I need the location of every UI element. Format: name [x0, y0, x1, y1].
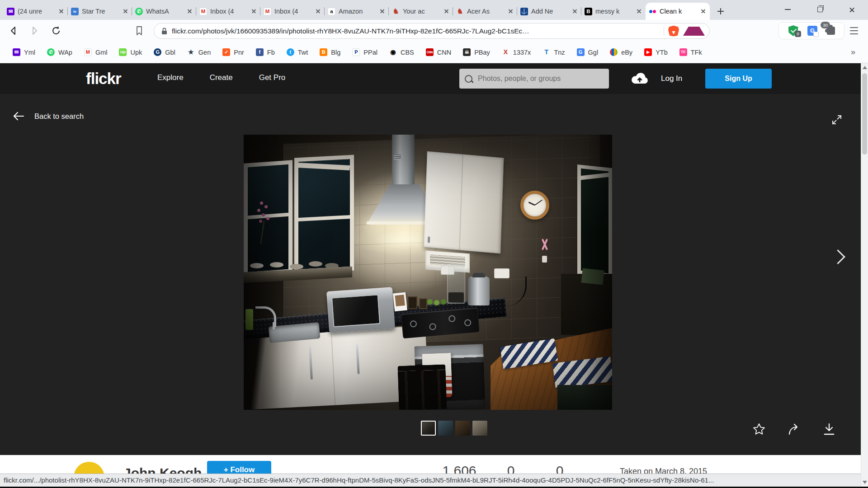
tab-close-icon[interactable] [636, 8, 642, 14]
photo-thumbnail[interactable] [421, 421, 436, 436]
browser-tab[interactable]: ✉ (24 unre [4, 3, 68, 20]
bookmark-item[interactable]: X 1337x [502, 48, 531, 56]
star-icon [752, 422, 766, 436]
tab-close-icon[interactable] [572, 8, 578, 14]
download-button[interactable] [823, 422, 835, 438]
bookmark-label: Pnr [234, 49, 244, 56]
browser-tab[interactable]: ♞ Your ac [389, 3, 453, 20]
bookmark-item[interactable]: CNN CNN [426, 48, 451, 56]
bookmark-item[interactable]: ✆ WAp [47, 48, 72, 56]
bookmark-item[interactable]: Up Upk [119, 48, 142, 56]
reload-button[interactable] [50, 24, 62, 37]
bookmark-item[interactable]: M Gml [84, 48, 108, 56]
bookmark-item[interactable]: eBy [610, 48, 632, 56]
browser-tab[interactable]: B messy k [581, 3, 646, 20]
browser-tab[interactable]: tv Star Tre [68, 3, 132, 20]
bookmark-favicon: G [154, 48, 161, 56]
tab-close-icon[interactable] [58, 8, 65, 14]
bookmark-label: Gbl [165, 49, 175, 56]
tab-close-icon[interactable] [187, 8, 193, 14]
tab-title: Amazon [339, 8, 376, 15]
browser-tab[interactable]: ♞ Acer As [453, 3, 517, 20]
browser-tab[interactable]: M Inbox (4 [196, 3, 260, 20]
tab-close-icon[interactable] [443, 8, 450, 14]
tab-close-icon[interactable] [123, 8, 129, 14]
search-input[interactable] [477, 74, 604, 83]
window-restore-button[interactable] [809, 0, 831, 19]
tab-close-icon[interactable] [251, 8, 257, 14]
bookmark-manager-button[interactable] [133, 24, 146, 37]
fullscreen-button[interactable] [831, 114, 843, 127]
signup-button[interactable]: Sign Up [705, 69, 772, 89]
next-photo-button[interactable] [832, 250, 843, 271]
bookmarks-overflow-chevron[interactable]: » [851, 47, 855, 57]
tab-title: messy k [595, 8, 633, 15]
translate-extension-icon[interactable]: G [807, 26, 817, 36]
bookmark-item[interactable]: TF TFk [679, 48, 702, 56]
window-minimize-button[interactable] [777, 0, 798, 19]
tab-strip: ✉ (24 unre tv Star Tre ✆ WhatsA [4, 0, 727, 20]
bookmark-item[interactable]: ★ Gen [187, 48, 211, 56]
tab-close-icon[interactable] [508, 8, 514, 14]
browser-menu-button[interactable] [850, 26, 859, 35]
bookmark-item[interactable]: f Fb [256, 48, 275, 56]
photo-thumbnail[interactable] [438, 421, 453, 436]
new-tab-button[interactable] [714, 5, 727, 18]
bookmark-label: CBS [401, 49, 414, 56]
browser-tab[interactable]: M Inbox (4 [260, 3, 325, 20]
bookmark-label: Tnz [554, 49, 565, 56]
tab-close-icon[interactable] [379, 8, 386, 14]
window-close-button[interactable] [841, 0, 863, 19]
bookmark-item[interactable]: ✉ Yml [13, 48, 35, 56]
nav-link[interactable]: Get Pro [259, 73, 286, 82]
forward-button[interactable] [28, 24, 41, 37]
photo-thumbnail[interactable] [472, 421, 487, 436]
browser-tab[interactable]: ✆ WhatsA [132, 3, 196, 20]
scroll-down-icon[interactable] [863, 481, 867, 484]
login-link[interactable]: Log In [661, 74, 682, 83]
browser-tab[interactable]: a Amazon [325, 3, 389, 20]
bookmark-item[interactable]: ✓ Pnr [222, 48, 244, 56]
scrollbar-thumb[interactable] [862, 73, 867, 155]
share-button[interactable] [788, 423, 801, 437]
brave-shield-icon[interactable] [668, 26, 679, 37]
tab-favicon: ✉ [7, 8, 14, 15]
back-to-search[interactable]: Back to search [13, 111, 84, 121]
photo-kitchen[interactable] [244, 135, 612, 410]
tab-close-icon[interactable] [700, 8, 707, 14]
tab-favicon: a [328, 8, 335, 15]
bat-rewards-icon[interactable] [683, 27, 705, 36]
bookmark-item[interactable]: ☠ PBay [463, 48, 490, 56]
bookmark-item[interactable]: ◉ CBS [389, 48, 414, 56]
back-button[interactable] [7, 24, 20, 37]
bookmark-item[interactable]: ▶ YTb [644, 48, 668, 56]
nav-link[interactable]: Create [210, 73, 233, 82]
bookmark-favicon: M [84, 48, 92, 56]
bookmark-item[interactable]: G Ggl [577, 48, 599, 56]
share-arrow-icon [788, 423, 801, 436]
bookmark-item[interactable]: t Twt [287, 48, 308, 56]
bookmark-item[interactable]: G Gbl [154, 48, 175, 56]
bookmark-label: Upk [130, 49, 142, 56]
flickr-logo[interactable]: flickr [86, 70, 121, 88]
browser-tab[interactable]: ⚓ Add Ne [517, 3, 581, 20]
address-bar[interactable]: flickr.com/photos/jvk/16600935389/in/pho… [154, 23, 710, 39]
tab-favicon: ♞ [392, 8, 400, 15]
page-scrollbar[interactable] [861, 63, 868, 487]
bookmark-item[interactable]: B Blg [320, 48, 340, 56]
upload-cloud-icon[interactable] [630, 71, 649, 88]
bookmark-favicon: ◉ [389, 48, 397, 56]
bookmark-item[interactable]: P PPal [352, 48, 377, 56]
tab-favicon: ✆ [135, 8, 143, 15]
browser-tab[interactable]: Clean k [646, 3, 710, 20]
photo-vignette [244, 135, 612, 410]
bookmark-favicon: ✆ [47, 48, 55, 56]
back-icon [8, 25, 19, 36]
search-box[interactable] [459, 69, 609, 89]
photo-thumbnail[interactable] [455, 421, 470, 436]
favorite-star-button[interactable] [752, 422, 766, 438]
tab-close-icon[interactable] [315, 8, 321, 14]
bookmark-item[interactable]: T Tnz [542, 48, 565, 56]
scroll-up-icon[interactable] [863, 66, 867, 69]
nav-link[interactable]: Explore [157, 73, 184, 82]
